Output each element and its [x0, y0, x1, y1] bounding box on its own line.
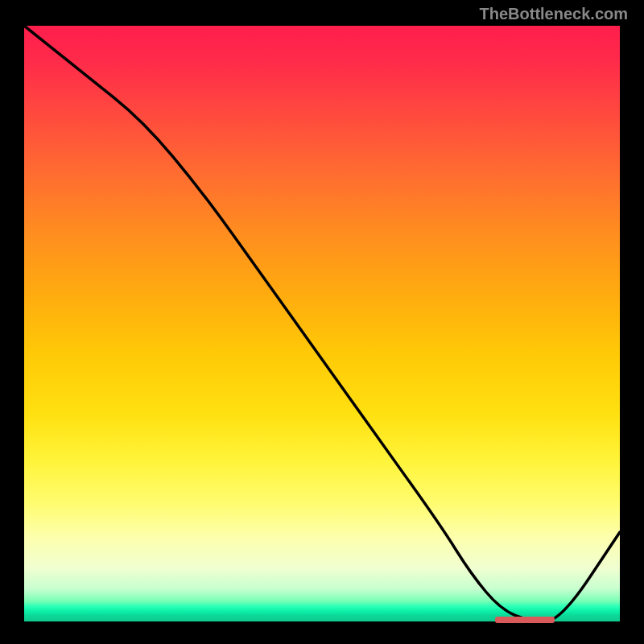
plot-area: [24, 26, 620, 621]
chart-container: TheBottleneck.com: [0, 0, 644, 644]
optimal-range-marker: [495, 617, 555, 623]
watermark-text: TheBottleneck.com: [480, 5, 628, 23]
bottleneck-curve: [24, 26, 620, 621]
